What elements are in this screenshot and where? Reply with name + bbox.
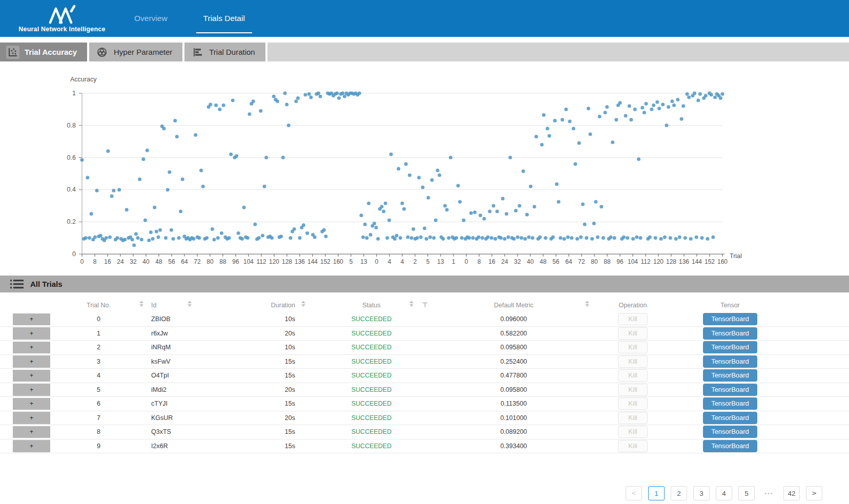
row-expand-button[interactable]: + [13, 327, 50, 340]
cell-operation: Kill [594, 313, 671, 325]
svg-text:40: 40 [142, 258, 150, 265]
row-expand-button[interactable]: + [13, 342, 50, 354]
svg-text:112: 112 [640, 258, 650, 265]
cell-status: SUCCEEDED [307, 428, 436, 435]
cell-duration: 15s [197, 400, 295, 407]
sort-toggle-icon[interactable] [301, 301, 305, 307]
kill-button[interactable]: Kill [618, 327, 648, 340]
sort-down-icon [585, 304, 589, 307]
column-header-duration[interactable]: Duration [197, 302, 295, 309]
pagination-ellipsis[interactable]: ••• [761, 486, 777, 500]
svg-text:16: 16 [488, 258, 495, 265]
kill-button[interactable]: Kill [618, 341, 648, 353]
cell-status: SUCCEEDED [307, 358, 436, 365]
cell-tensor: TensorBoard [676, 426, 784, 438]
row-expand-button[interactable]: + [13, 440, 50, 452]
tensorboard-button[interactable]: TensorBoard [703, 341, 757, 353]
pagination-page-42[interactable]: 42 [783, 486, 800, 500]
tensorboard-button[interactable]: TensorBoard [703, 397, 757, 410]
tensorboard-button[interactable]: TensorBoard [703, 369, 757, 382]
pagination-page-3[interactable]: 3 [693, 486, 710, 500]
toolbar-tab-trial-accuracy[interactable]: Trial Accuracy [0, 43, 89, 61]
tensorboard-button[interactable]: TensorBoard [703, 355, 757, 368]
toolbar-tab-label: Trial Accuracy [25, 48, 77, 56]
kill-button[interactable]: Kill [618, 355, 648, 368]
cell-duration: 10s [197, 316, 295, 323]
svg-text:40: 40 [527, 258, 534, 265]
toolbar-tab-label: Trial Duration [209, 48, 255, 56]
pagination-page-4[interactable]: 4 [716, 486, 732, 500]
sort-toggle-icon[interactable] [188, 301, 192, 307]
table-row: +6cTYJI15sSUCCEEDED0.113500KillTensorBoa… [0, 397, 849, 411]
tensorboard-button[interactable]: TensorBoard [703, 412, 757, 424]
nav-tab-overview[interactable]: Overview [127, 0, 175, 37]
cell-status: SUCCEEDED [307, 400, 436, 407]
svg-text:160: 160 [333, 258, 343, 265]
tensorboard-button[interactable]: TensorBoard [703, 426, 757, 438]
hyper-parameter-wheel-icon [95, 46, 109, 59]
cell-trial-no: 9 [51, 443, 146, 450]
kill-button[interactable]: Kill [618, 384, 648, 396]
sort-toggle-icon[interactable] [409, 301, 413, 307]
kill-button[interactable]: Kill [618, 369, 648, 382]
svg-text:152: 152 [320, 258, 330, 265]
cell-default-metric: 0.095800 [436, 386, 592, 393]
cell-trial-no: 1 [51, 330, 146, 337]
table-row: +7KGsUR20sSUCCEEDED0.101000KillTensorBoa… [0, 411, 849, 426]
cell-duration: 15s [197, 428, 295, 435]
svg-text:8: 8 [93, 258, 97, 265]
cell-status: SUCCEEDED [307, 443, 436, 450]
pagination-prev-button[interactable]: < [626, 486, 642, 500]
column-header-default-metric[interactable]: Default Metric [436, 302, 592, 309]
tensorboard-button[interactable]: TensorBoard [703, 327, 757, 340]
column-header-status[interactable]: Status [307, 302, 436, 309]
cell-duration: 15s [197, 358, 295, 365]
row-expand-button[interactable]: + [13, 412, 50, 424]
tensorboard-button[interactable]: TensorBoard [703, 440, 757, 452]
toolbar-tab-trial-duration[interactable]: Trial Duration [184, 43, 267, 61]
tensorboard-button[interactable]: TensorBoard [703, 384, 757, 396]
row-expand-button[interactable]: + [13, 426, 50, 438]
view-toolbar: Trial AccuracyHyper ParameterTrial Durat… [0, 43, 849, 61]
pagination-page-1[interactable]: 1 [648, 486, 665, 500]
row-expand-button[interactable]: + [13, 398, 50, 410]
row-expand-button[interactable]: + [13, 384, 50, 396]
kill-button[interactable]: Kill [618, 426, 648, 438]
sort-toggle-icon[interactable] [585, 301, 589, 307]
svg-text:120: 120 [653, 258, 664, 265]
cell-trial-no: 3 [51, 358, 146, 365]
svg-text:0: 0 [72, 250, 76, 258]
sort-down-icon [301, 304, 305, 307]
toolbar-tab-hyper-parameter[interactable]: Hyper Parameter [89, 43, 184, 61]
scatter-plot-icon [6, 46, 19, 59]
table-header: Trial No.IdDurationStatusDefault MetricO… [0, 299, 849, 312]
row-expand-button[interactable]: + [13, 313, 50, 326]
cell-default-metric: 0.393400 [436, 443, 592, 450]
svg-text:Accuracy: Accuracy [70, 76, 97, 83]
pagination-next-button[interactable]: > [806, 486, 822, 500]
cell-tensor: TensorBoard [676, 412, 784, 424]
pagination-page-5[interactable]: 5 [738, 486, 755, 500]
row-expand-button[interactable]: + [13, 355, 50, 368]
cell-default-metric: 0.096000 [436, 316, 592, 323]
svg-text:104: 104 [243, 258, 254, 265]
tensorboard-button[interactable]: TensorBoard [703, 313, 757, 325]
kill-button[interactable]: Kill [618, 440, 648, 452]
pagination-page-2[interactable]: 2 [671, 486, 687, 500]
sort-toggle-icon[interactable] [139, 301, 143, 307]
kill-button[interactable]: Kill [618, 412, 648, 424]
filter-funnel-icon[interactable] [422, 302, 428, 309]
kill-button[interactable]: Kill [618, 313, 648, 325]
svg-text:88: 88 [604, 258, 611, 265]
svg-text:56: 56 [552, 258, 560, 265]
row-expand-button[interactable]: + [13, 370, 50, 382]
svg-text:56: 56 [168, 258, 175, 265]
svg-text:Trial: Trial [730, 253, 742, 260]
nav-tab-trials-detail[interactable]: Trials Detail [196, 0, 252, 37]
svg-text:24: 24 [501, 258, 508, 265]
cell-status: SUCCEEDED [307, 316, 436, 323]
svg-text:160: 160 [717, 258, 728, 265]
column-header-trial-no-[interactable]: Trial No. [51, 302, 146, 309]
kill-button[interactable]: Kill [618, 397, 648, 410]
svg-text:0.8: 0.8 [67, 122, 76, 129]
